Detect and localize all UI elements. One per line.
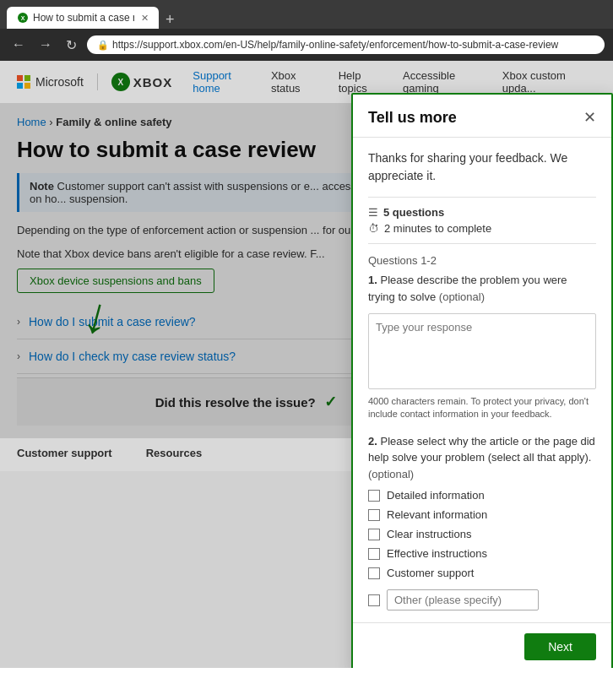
questions-range-label: Questions 1-2 — [368, 254, 596, 267]
q1-num: 1. — [368, 274, 377, 286]
checkbox-label-0: Detailed information — [387, 489, 485, 502]
checkbox-row-1: Relevant information — [368, 508, 596, 521]
checkbox-customer[interactable] — [368, 567, 380, 579]
checkbox-relevant[interactable] — [368, 509, 380, 521]
checkbox-row-3: Effective instructions — [368, 547, 596, 560]
meta-time-row: ⏱ 2 minutes to complete — [368, 222, 596, 235]
checkbox-label-4: Customer support — [387, 567, 474, 579]
checkbox-clear[interactable] — [368, 529, 380, 540]
lock-icon: 🔒 — [97, 40, 109, 51]
thank-you-text: Thanks for sharing your feedback. We app… — [368, 149, 596, 185]
active-tab[interactable]: X How to submit a case review | Xi ✕ — [7, 7, 159, 29]
checkbox-other[interactable] — [368, 594, 380, 606]
modal-header: Tell us more ✕ — [353, 95, 611, 138]
other-input[interactable] — [387, 589, 539, 610]
q1-optional: (optional) — [439, 290, 485, 303]
checkbox-label-3: Effective instructions — [387, 547, 487, 560]
modal-title: Tell us more — [368, 109, 457, 127]
tab-favicon: X — [17, 12, 28, 24]
q2-text: 2. Please select why the article or the … — [368, 433, 596, 483]
q2-num: 2. — [368, 435, 377, 448]
tab-bar: X How to submit a case review | Xi ✕ + — [0, 0, 613, 29]
response-textarea[interactable] — [368, 313, 596, 389]
address-bar-row: ← → ↻ 🔒 https://support.xbox.com/en-US/h… — [0, 29, 613, 61]
checkbox-label-1: Relevant information — [387, 508, 487, 521]
modal-footer: Next — [353, 622, 611, 668]
svg-text:X: X — [20, 15, 24, 21]
back-button[interactable]: ← — [8, 34, 29, 56]
checkbox-detailed[interactable] — [368, 490, 380, 502]
q2-body: Please select why the article or the pag… — [368, 435, 595, 464]
questions-count: 5 questions — [383, 206, 444, 219]
checkbox-row-4: Customer support — [368, 567, 596, 579]
other-row — [368, 589, 596, 610]
char-count-text: 4000 characters remain. To protect your … — [368, 395, 596, 421]
q1-text: 1. Please describe the problem you were … — [368, 272, 596, 305]
list-icon: ☰ — [368, 206, 378, 219]
new-tab-btn[interactable]: + — [159, 11, 182, 29]
feedback-modal: Tell us more ✕ Thanks for sharing your f… — [351, 93, 613, 668]
checkbox-effective[interactable] — [368, 548, 380, 560]
tab-title: How to submit a case review | Xi — [33, 12, 134, 24]
tab-close-btn[interactable]: ✕ — [141, 13, 149, 24]
modal-close-button[interactable]: ✕ — [583, 108, 596, 127]
checkbox-row-2: Clear instructions — [368, 528, 596, 540]
checkbox-row-0: Detailed information — [368, 489, 596, 502]
time-to-complete: 2 minutes to complete — [384, 222, 491, 235]
next-button[interactable]: Next — [524, 633, 596, 660]
url-text: https://support.xbox.com/en-US/help/fami… — [112, 39, 558, 51]
modal-divider-2 — [368, 243, 596, 244]
page-content: Microsoft X XBOX Support home Xbox statu… — [0, 61, 613, 668]
q2-optional: (optional) — [368, 468, 414, 480]
refresh-button[interactable]: ↻ — [62, 34, 80, 57]
url-bar[interactable]: 🔒 https://support.xbox.com/en-US/help/fa… — [87, 35, 605, 54]
clock-icon: ⏱ — [368, 222, 379, 235]
modal-divider-1 — [368, 197, 596, 198]
modal-body: Thanks for sharing your feedback. We app… — [353, 138, 611, 622]
forward-button[interactable]: → — [35, 34, 56, 56]
checkbox-label-2: Clear instructions — [387, 528, 471, 540]
meta-questions-row: ☰ 5 questions — [368, 206, 596, 219]
checkbox-list: Detailed information Relevant informatio… — [368, 489, 596, 610]
